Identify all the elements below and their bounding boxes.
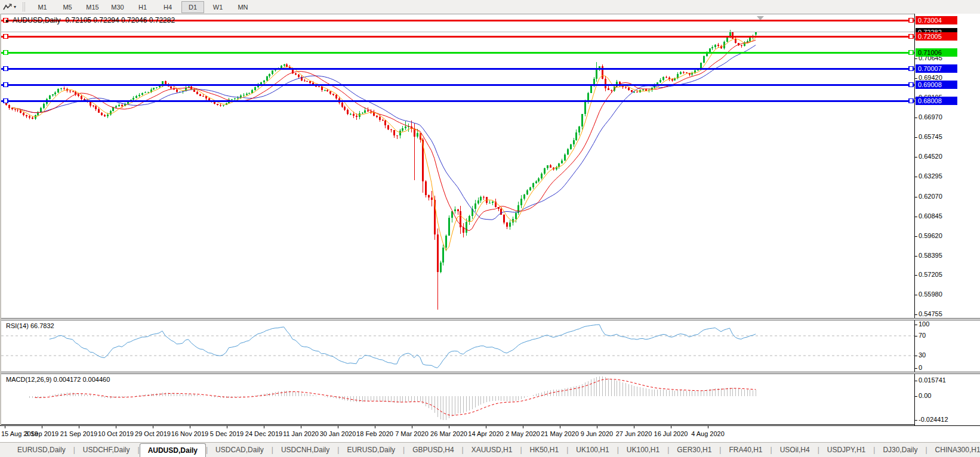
axis-tick-mark <box>915 356 917 356</box>
tab-eurusd-daily[interactable]: EURUSD,Daily <box>10 444 73 456</box>
line-handle[interactable] <box>909 99 913 103</box>
axis-tick-mark <box>915 325 917 325</box>
timeframe-button-h1[interactable]: H1 <box>131 1 154 13</box>
line-handle[interactable] <box>4 99 8 103</box>
chart-tabs-bar: EURUSD,Daily|USDCHF,Daily|AUDUSD,Daily|U… <box>0 442 980 457</box>
rsi-indicator-label: RSI(14) 66.7832 <box>6 322 54 329</box>
time-axis[interactable]: 15 Aug 20193 Sep 201921 Sep 201910 Oct 2… <box>0 425 980 443</box>
time-tick-mark <box>301 426 301 428</box>
axis-tick-mark <box>915 137 917 138</box>
timeframe-button-h4[interactable]: H4 <box>156 1 179 13</box>
line-handle[interactable] <box>4 67 8 71</box>
axis-tick-mark <box>915 396 917 397</box>
tab-audusd-daily[interactable]: AUDUSD,Daily <box>140 443 206 457</box>
line-handle[interactable] <box>909 67 913 71</box>
timeframe-button-m15[interactable]: M15 <box>81 1 104 13</box>
axis-tick-label: 0.015741 <box>919 376 946 384</box>
time-axis-label: 29 Oct 2019 <box>135 430 171 437</box>
axis-tick-label: 0.54755 <box>919 310 942 317</box>
time-axis-label: 2 May 2020 <box>506 430 540 437</box>
price-chart-canvas[interactable] <box>1 14 914 425</box>
line-handle[interactable] <box>909 83 913 87</box>
time-axis-label: 7 Mar 2020 <box>395 430 429 437</box>
timeframe-button-m1[interactable]: M1 <box>31 1 54 13</box>
timeframe-button-w1[interactable]: W1 <box>207 1 229 13</box>
candlesticks <box>5 30 757 310</box>
axis-tick-label: 0.64520 <box>919 153 942 160</box>
time-axis-label: 26 Mar 2020 <box>430 430 467 437</box>
tab-usdcad-daily[interactable]: USDCAD,Daily <box>208 444 272 456</box>
timeframe-button-m30[interactable]: M30 <box>106 1 129 13</box>
tab-uk100-h1[interactable]: UK100,H1 <box>619 444 667 456</box>
tab-usdchf-daily[interactable]: USDCHF,Daily <box>75 444 138 456</box>
time-axis-label: 11 Jan 2020 <box>283 430 319 437</box>
timeframe-button-group: M1M5M15M30H1H4D1W1MN <box>30 1 255 13</box>
tab-usoil-h4[interactable]: USOil,H4 <box>772 444 818 456</box>
chart-ohlc-values: 0.72105 0.72294 0.72046 0.72282 <box>66 16 175 24</box>
chart-window: 0.718700.706450.694200.681950.669700.657… <box>0 14 980 425</box>
price-axis[interactable]: 0.718700.706450.694200.681950.669700.657… <box>914 14 980 425</box>
timeframe-button-d1[interactable]: D1 <box>181 1 204 13</box>
tab-usdjpy-h1[interactable]: USDJPY,H1 <box>819 444 873 456</box>
tab-gbpusd-h4[interactable]: GBPUSD,H4 <box>405 444 461 456</box>
time-axis-label: 3 Sep 2019 <box>25 430 58 437</box>
axis-tick-mark <box>915 157 917 158</box>
axis-tick-mark <box>915 314 917 315</box>
line-handle[interactable] <box>4 35 8 39</box>
time-axis-label: 21 May 2020 <box>541 430 579 437</box>
chart-window-icon: ► <box>5 18 10 24</box>
axis-tick-mark <box>915 118 917 118</box>
axis-tick-mark <box>915 336 917 336</box>
pane-splitter[interactable] <box>1 318 980 320</box>
mt4-window: ▾ M1M5M15M30H1H4D1W1MN 0.718700.706450.6… <box>0 0 980 457</box>
price-line-label: 0.68008 <box>916 97 957 105</box>
tab-eurusd-daily[interactable]: EURUSD,Daily <box>339 444 403 456</box>
axis-tick-mark <box>915 217 917 217</box>
axis-tick-label: 100 <box>919 320 929 328</box>
pane-splitter[interactable] <box>1 372 980 374</box>
price-line-label: 0.69008 <box>916 81 957 89</box>
time-tick-mark <box>634 426 634 428</box>
line-handle[interactable] <box>909 18 913 23</box>
time-axis-label: 16 Jul 2020 <box>654 430 688 437</box>
line-handle[interactable] <box>909 35 913 39</box>
line-handle[interactable] <box>4 51 8 55</box>
timeframe-button-mn[interactable]: MN <box>232 1 254 13</box>
line-handle[interactable] <box>909 51 913 55</box>
tab-xauusd-h1[interactable]: XAUUSD,H1 <box>464 444 520 456</box>
tab-china300-h1[interactable]: CHINA300,H1 <box>927 444 980 456</box>
horizontal-line-objects[interactable] <box>1 18 914 103</box>
time-tick-mark <box>708 426 708 428</box>
axis-tick-mark <box>915 177 917 177</box>
axis-tick-label: 0.65745 <box>919 133 942 140</box>
dropdown-caret-icon: ▾ <box>14 4 16 10</box>
tab-fra40-h1[interactable]: FRA40,H1 <box>721 444 770 456</box>
axis-tick-label: 0.57205 <box>919 271 942 278</box>
time-tick-mark <box>227 426 227 428</box>
rsi-line <box>50 325 756 368</box>
chart-line-tool-button[interactable]: ▾ <box>1 1 19 13</box>
toolbar-grip <box>23 2 25 11</box>
tab-usdcnh-daily[interactable]: USDCNH,Daily <box>273 444 337 456</box>
time-tick-mark <box>190 426 190 428</box>
time-axis-label: 30 Jan 2020 <box>320 430 356 437</box>
time-tick-mark <box>153 426 153 428</box>
tab-uk100-h1[interactable]: UK100,H1 <box>568 444 617 456</box>
moving-averages <box>12 38 756 251</box>
axis-tick-mark <box>915 420 917 421</box>
axis-tick-label: 0.63295 <box>919 172 942 180</box>
tab-ger30-h1[interactable]: GER30,H1 <box>669 444 719 456</box>
macd-indicator-label: MACD(12,26,9) 0.004172 0.004460 <box>6 376 110 383</box>
axis-tick-mark <box>915 197 917 197</box>
price-line-label: 0.71006 <box>916 48 957 57</box>
timeframe-button-m5[interactable]: M5 <box>56 1 79 13</box>
chart-marker-triangle-icon <box>757 16 764 20</box>
axis-tick-label: 0 <box>919 364 922 371</box>
chart-symbol-timeframe: AUDUSD,Daily <box>13 16 61 24</box>
tab-dj30-daily[interactable]: DJ30,Daily <box>875 444 925 456</box>
tab-hk50-h1[interactable]: HK50,H1 <box>522 444 567 456</box>
axis-tick-mark <box>915 256 917 257</box>
line-handle[interactable] <box>4 83 8 87</box>
chart-title: ►AUDUSD,Daily0.72105 0.72294 0.72046 0.7… <box>5 16 175 24</box>
time-tick-mark <box>116 426 116 428</box>
